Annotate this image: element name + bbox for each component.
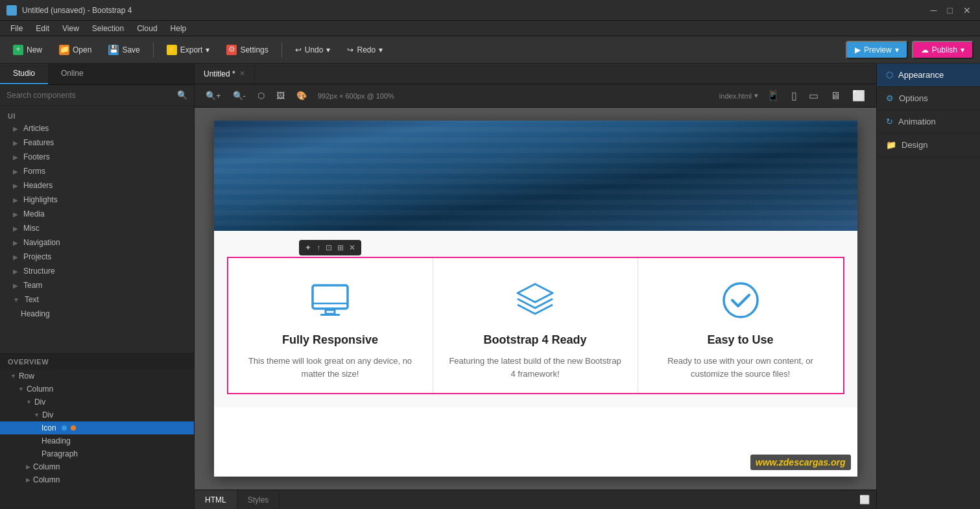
bottom-tab-html[interactable]: HTML bbox=[195, 490, 237, 509]
toolbar: + New 📁 Open 💾 Save ⚡ Export ▾ ⚙ Setting… bbox=[0, 36, 980, 64]
svg-rect-1 bbox=[326, 310, 335, 314]
svg-rect-0 bbox=[313, 285, 348, 309]
tree-column-1[interactable]: ▼ Column bbox=[0, 383, 194, 396]
component-highlights[interactable]: ▶ Highlights bbox=[0, 193, 194, 207]
feature-card-2[interactable]: Bootstrap 4 Ready Featuring the latest b… bbox=[433, 258, 638, 393]
save-button[interactable]: 💾 Save bbox=[102, 41, 146, 58]
component-forms[interactable]: ▶ Forms bbox=[0, 164, 194, 178]
menu-help[interactable]: Help bbox=[165, 23, 192, 34]
feature-card-1[interactable]: ✦ ↑ ⊡ ⊞ ✕ bbox=[228, 258, 433, 393]
tree-div-1[interactable]: ▼ Div bbox=[0, 396, 194, 408]
component-navigation[interactable]: ▶ Navigation bbox=[0, 235, 194, 250]
component-label: Structure bbox=[23, 266, 55, 276]
redo-button[interactable]: ↪ Redo ▾ bbox=[341, 42, 389, 58]
file-dropdown-arrow[interactable]: ▾ bbox=[754, 91, 758, 100]
save-label: Save bbox=[122, 45, 139, 54]
canvas-tab-untitled[interactable]: Untitled * ✕ bbox=[195, 64, 255, 84]
menu-selection[interactable]: Selection bbox=[87, 23, 129, 34]
new-button[interactable]: + New bbox=[6, 41, 49, 58]
tree-row[interactable]: ▼ Row bbox=[0, 370, 194, 383]
desktop-icon[interactable]: 🖥 bbox=[827, 88, 844, 104]
tab-studio[interactable]: Studio bbox=[0, 64, 48, 84]
panel-item-options[interactable]: ⚙ Options bbox=[877, 87, 980, 110]
component-articles[interactable]: ▶ Articles bbox=[0, 121, 194, 136]
delete-icon[interactable]: ✕ bbox=[347, 242, 357, 254]
export-arrow: ▾ bbox=[206, 45, 209, 54]
component-list: UI ▶ Articles ▶ Features ▶ Footers ▶ For… bbox=[0, 106, 194, 353]
duplicate-icon[interactable]: ⊞ bbox=[335, 242, 346, 254]
component-misc[interactable]: ▶ Misc bbox=[0, 221, 194, 235]
tree-column-2[interactable]: ▶ Column bbox=[0, 460, 194, 473]
select-tool-icon[interactable]: ⬡ bbox=[254, 89, 268, 102]
component-footers[interactable]: ▶ Footers bbox=[0, 150, 194, 164]
open-label: Open bbox=[73, 45, 91, 54]
features-section: ✦ ↑ ⊡ ⊞ ✕ bbox=[214, 231, 857, 407]
tree-icon[interactable]: Icon bbox=[0, 421, 194, 434]
monitor-icon bbox=[307, 278, 353, 323]
up-icon[interactable]: ↑ bbox=[315, 242, 322, 254]
component-headers[interactable]: ▶ Headers bbox=[0, 178, 194, 193]
minimize-button[interactable]: ─ bbox=[928, 5, 940, 16]
hero-section bbox=[214, 121, 857, 231]
undo-button[interactable]: ↩ Undo ▾ bbox=[289, 42, 337, 58]
component-projects[interactable]: ▶ Projects bbox=[0, 250, 194, 264]
tree-div-2[interactable]: ▼ Div bbox=[0, 408, 194, 421]
arrow-icon: ▶ bbox=[13, 239, 18, 246]
tree-column-3[interactable]: ▶ Column bbox=[0, 473, 194, 486]
zoom-in-icon[interactable]: 🔍+ bbox=[202, 89, 224, 102]
component-features[interactable]: ▶ Features bbox=[0, 136, 194, 150]
component-text[interactable]: ▼ Text bbox=[0, 292, 194, 307]
panel-item-animation[interactable]: ↻ Animation bbox=[877, 110, 980, 134]
tree-heading[interactable]: Heading bbox=[0, 434, 194, 447]
zoom-out-icon[interactable]: 🔍- bbox=[230, 89, 249, 102]
menu-edit[interactable]: Edit bbox=[30, 23, 54, 34]
canvas-toolbar-right: index.html ▾ 📱 ▯ ▭ 🖥 ⬜ bbox=[719, 88, 868, 104]
close-button[interactable]: ✕ bbox=[961, 5, 974, 16]
move-icon[interactable]: ✦ bbox=[303, 242, 313, 254]
export-button[interactable]: ⚡ Export ▾ bbox=[160, 41, 217, 58]
component-label: Misc bbox=[23, 224, 40, 233]
arrow-icon: ▼ bbox=[18, 386, 24, 392]
tab-online[interactable]: Online bbox=[48, 64, 97, 84]
menu-view[interactable]: View bbox=[57, 23, 84, 34]
panel-item-appearance[interactable]: ⬡ Appearance bbox=[877, 64, 980, 87]
search-input[interactable] bbox=[6, 91, 173, 100]
tree-label: Div bbox=[34, 397, 45, 407]
search-icon: 🔍 bbox=[177, 90, 187, 100]
component-team[interactable]: ▶ Team bbox=[0, 278, 194, 292]
mobile-icon[interactable]: 📱 bbox=[763, 88, 783, 104]
app-icon bbox=[6, 5, 17, 16]
undo-label: Undo bbox=[305, 45, 324, 54]
component-media[interactable]: ▶ Media bbox=[0, 207, 194, 221]
features-grid: ✦ ↑ ⊡ ⊞ ✕ bbox=[227, 257, 844, 394]
canvas-resize-handle[interactable]: ⬜ bbox=[853, 495, 876, 504]
arrow-icon: ▶ bbox=[13, 154, 18, 161]
preview-button[interactable]: ▶ Preview ▾ bbox=[846, 41, 908, 59]
panel-item-design[interactable]: 📁 Design bbox=[877, 134, 980, 157]
component-structure[interactable]: ▶ Structure bbox=[0, 264, 194, 278]
maximize-button[interactable]: □ bbox=[945, 5, 955, 16]
search-box: 🔍 bbox=[0, 85, 194, 106]
settings-button[interactable]: ⚙ Settings bbox=[220, 41, 274, 58]
tree-paragraph[interactable]: Paragraph bbox=[0, 447, 194, 460]
menu-file[interactable]: File bbox=[5, 23, 28, 34]
tablet-landscape-icon[interactable]: ▭ bbox=[806, 88, 822, 104]
tab-close-icon[interactable]: ✕ bbox=[239, 69, 245, 78]
svg-point-5 bbox=[724, 283, 758, 317]
open-button[interactable]: 📁 Open bbox=[53, 41, 98, 58]
brush-tool-icon[interactable]: 🎨 bbox=[293, 89, 310, 102]
copy-icon[interactable]: ⊡ bbox=[324, 242, 334, 254]
bottom-tab-styles[interactable]: Styles bbox=[237, 490, 280, 509]
widescreen-icon[interactable]: ⬜ bbox=[849, 88, 868, 104]
image-tool-icon[interactable]: 🖼 bbox=[273, 89, 288, 102]
tablet-portrait-icon[interactable]: ▯ bbox=[788, 88, 800, 104]
arrow-icon: ▶ bbox=[13, 211, 18, 218]
menu-cloud[interactable]: Cloud bbox=[132, 23, 162, 34]
canvas-size-info: 992px × 600px @ 100% bbox=[318, 92, 394, 100]
canvas-viewport[interactable]: ✦ ↑ ⊡ ⊞ ✕ bbox=[195, 108, 876, 490]
publish-button[interactable]: ☁ Publish ▾ bbox=[912, 41, 974, 59]
feature-card-3[interactable]: Easy to Use Ready to use with your own c… bbox=[638, 258, 843, 393]
title-bar-text: Untitled (unsaved) - Bootstrap 4 bbox=[22, 6, 923, 15]
component-heading[interactable]: Heading bbox=[0, 307, 194, 321]
component-label: Footers bbox=[23, 152, 50, 161]
